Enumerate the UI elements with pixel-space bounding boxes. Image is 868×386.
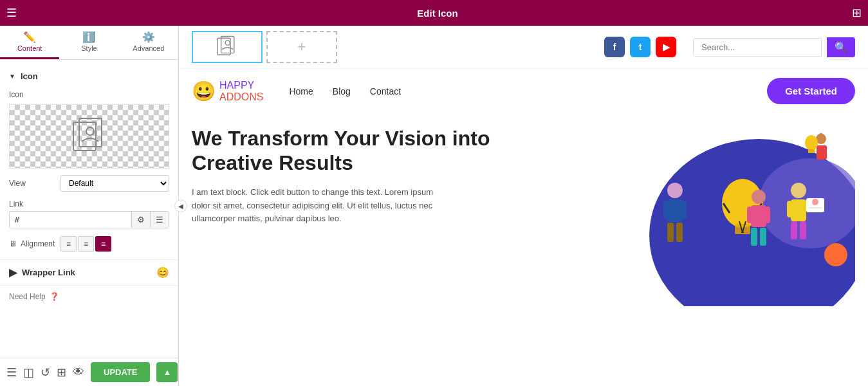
svg-point-9 [667,183,683,198]
icon-svg [70,117,109,156]
tabs-container: ✏️ Content ℹ️ Style ⚙️ Advanced [0,26,178,60]
content-tab-icon: ✏️ [23,31,36,43]
view-field-row: View Default Stacked Framed [0,171,178,196]
wrapper-link-section: ▶ Wrapper Link 😊 [0,259,178,285]
site-logo: 😀 HAPPY ADDONS [192,80,263,103]
youtube-icon[interactable]: ▶ [656,37,676,57]
right-content: + f t ▶ 🔍 😀 HAPPY ADDONS Home [179,26,868,386]
view-label: View [9,179,60,188]
svg-point-22 [752,190,766,204]
icon-preview[interactable] [9,104,169,169]
link-input-container: ⚙ ☰ [9,211,169,228]
add-widget-box[interactable]: + [266,31,337,63]
wrapper-emoji-icon: 😊 [156,266,169,279]
twitter-icon[interactable]: t [630,37,651,57]
logo-emoji-icon: 😀 [192,80,216,102]
style-tab-icon: ℹ️ [82,31,95,43]
nav-blog[interactable]: Blog [333,86,351,96]
view-select[interactable]: Default Stacked Framed [60,175,169,192]
get-started-button[interactable]: Get Started [767,78,855,104]
main-layout: ✏️ Content ℹ️ Style ⚙️ Advanced ▼ Icon I… [0,26,868,386]
hero-illustration [530,126,856,306]
alignment-monitor-icon: 🖥 [9,239,17,248]
style-tab-label: Style [81,44,97,52]
top-bar: ☰ Edit Icon ⊞ [0,0,868,26]
wrapper-link-label: Wrapper Link [22,268,75,277]
search-button[interactable]: 🔍 [827,37,855,57]
icon-section-header[interactable]: ▼ Icon [0,66,178,86]
search-input[interactable] [693,38,822,57]
link-list-button[interactable]: ☰ [150,212,169,228]
advanced-tab-label: Advanced [133,44,164,52]
svg-point-39 [805,135,818,151]
svg-point-8 [824,243,847,266]
tab-style[interactable]: ℹ️ Style [59,26,118,59]
update-arrow-button[interactable]: ▲ [156,362,178,382]
icon-field-label: Icon [0,86,178,102]
bottom-history-icon[interactable]: ↺ [41,365,50,380]
svg-rect-11 [663,201,669,219]
align-right-button[interactable]: ≡ [95,236,111,252]
svg-rect-25 [765,207,770,223]
svg-rect-27 [760,228,766,246]
svg-rect-14 [676,223,683,242]
svg-rect-40 [808,149,815,153]
svg-rect-30 [787,201,792,217]
panel-title: Edit Icon [23,8,852,19]
svg-rect-24 [747,207,752,223]
need-help-label: Need Help [9,292,46,301]
svg-rect-10 [667,199,683,222]
svg-point-5 [225,41,230,45]
need-help-section[interactable]: Need Help ❓ [0,285,178,308]
bottom-eye-icon[interactable]: 👁 [73,365,84,379]
menu-icon[interactable]: ☰ [6,6,17,20]
search-bar-container: 🔍 [693,37,855,57]
bottom-layers-icon[interactable]: ◫ [23,365,34,380]
hero-title: We Transform Your Vision into Creative R… [192,126,517,176]
icon-widget-box[interactable] [192,31,263,63]
nav-home[interactable]: Home [289,86,313,96]
content-tab-label: Content [17,44,42,52]
website-top-bar: + f t ▶ 🔍 [179,26,868,69]
svg-point-2 [86,127,94,135]
hero-body-text: I am text block. Click edit button to ch… [192,186,449,226]
alignment-buttons: ≡ ≡ ≡ [60,236,111,252]
svg-rect-29 [791,199,806,221]
logo-happy-text: HAPPY [219,80,263,91]
wrapper-arrow-icon: ▶ [9,266,17,279]
svg-rect-23 [751,205,766,227]
left-panel: ✏️ Content ℹ️ Style ⚙️ Advanced ▼ Icon I… [0,26,179,386]
facebook-icon[interactable]: f [604,37,625,57]
grid-icon[interactable]: ⊞ [852,6,862,20]
collapse-panel-button[interactable]: ◀ [174,199,187,212]
nav-links: Home Blog Contact [289,86,767,96]
link-settings-button[interactable]: ⚙ [131,212,150,228]
svg-rect-13 [667,223,674,242]
svg-point-28 [791,183,806,198]
alignment-label: 🖥 Alignment [9,239,60,248]
wrapper-link-header[interactable]: ▶ Wrapper Link 😊 [0,260,178,285]
bottom-hamburger-icon[interactable]: ☰ [6,365,17,380]
svg-rect-12 [681,201,687,219]
svg-rect-34 [791,221,797,239]
update-button[interactable]: UPDATE [91,362,150,382]
svg-point-38 [818,133,824,140]
svg-rect-35 [800,221,806,239]
help-icon: ❓ [50,292,59,301]
tab-advanced[interactable]: ⚙️ Advanced [119,26,178,59]
align-left-button[interactable]: ≡ [60,236,77,252]
nav-contact[interactable]: Contact [370,86,401,96]
widget-icon-svg [216,35,239,59]
align-center-button[interactable]: ≡ [78,236,94,252]
wrapper-link-title: ▶ Wrapper Link [9,266,75,279]
alignment-row: 🖥 Alignment ≡ ≡ ≡ [0,232,178,255]
link-input[interactable] [10,212,131,228]
panel-content: ▼ Icon Icon View Default Stacked Framed [0,60,178,358]
hero-text-area: We Transform Your Vision into Creative R… [192,126,530,306]
link-label: Link [9,199,169,208]
hero-section: We Transform Your Vision into Creative R… [179,113,868,319]
link-field-row: Link ⚙ ☰ [0,196,178,232]
tab-content[interactable]: ✏️ Content [0,26,59,59]
svg-rect-37 [817,145,827,160]
bottom-responsive-icon[interactable]: ⊞ [57,365,66,380]
